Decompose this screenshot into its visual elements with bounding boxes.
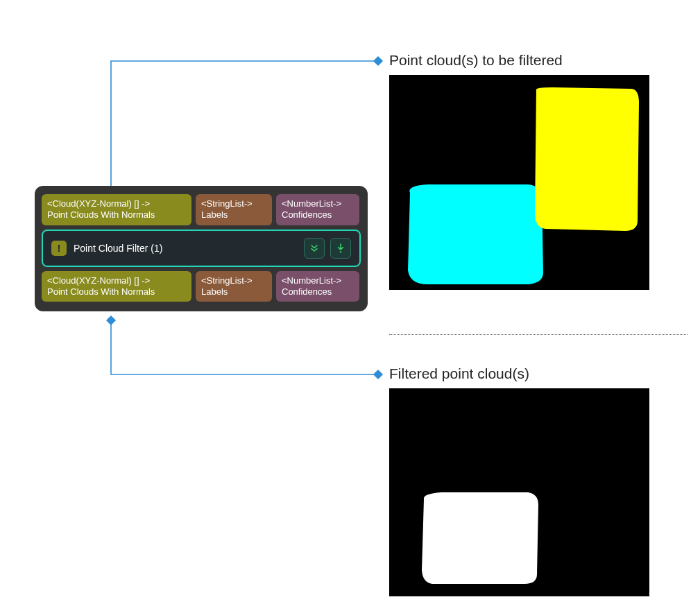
svg-rect-1 bbox=[373, 56, 383, 66]
svg-point-4 bbox=[340, 251, 341, 252]
port-type: <NumberList-> bbox=[282, 275, 354, 286]
input-ports-row: <Cloud(XYZ-Normal) [] -> Point Clouds Wi… bbox=[42, 194, 361, 225]
input-preview-svg bbox=[389, 75, 649, 290]
output-ports-row: <Cloud(XYZ-Normal) [] -> Point Clouds Wi… bbox=[42, 271, 361, 302]
input-port-confidences[interactable]: <NumberList-> Confidences bbox=[276, 194, 359, 225]
port-label: Labels bbox=[201, 209, 266, 221]
section-divider bbox=[389, 334, 688, 335]
port-type: <StringList-> bbox=[201, 198, 266, 209]
port-type: <StringList-> bbox=[201, 275, 266, 286]
port-type: <Cloud(XYZ-Normal) [] -> bbox=[47, 198, 186, 209]
expand-button[interactable] bbox=[304, 238, 325, 259]
port-label: Confidences bbox=[282, 286, 354, 297]
warning-icon: ! bbox=[51, 241, 67, 256]
yellow-cloud-shape bbox=[535, 87, 639, 231]
svg-rect-2 bbox=[106, 316, 116, 325]
white-cloud-shape bbox=[422, 492, 538, 584]
callout-output-label: Filtered point cloud(s) bbox=[389, 365, 529, 382]
port-label: Point Clouds With Normals bbox=[47, 286, 186, 297]
double-chevron-down-icon bbox=[309, 243, 320, 254]
node-title-bar[interactable]: ! Point Cloud Filter (1) bbox=[42, 230, 361, 267]
output-port-confidences[interactable]: <NumberList-> Confidences bbox=[276, 271, 359, 302]
filter-node[interactable]: <Cloud(XYZ-Normal) [] -> Point Clouds Wi… bbox=[35, 186, 368, 311]
node-title-text: Point Cloud Filter (1) bbox=[74, 243, 162, 254]
callout-input-label: Point cloud(s) to be filtered bbox=[389, 52, 563, 69]
output-port-cloud[interactable]: <Cloud(XYZ-Normal) [] -> Point Clouds Wi… bbox=[42, 271, 191, 302]
output-preview-svg bbox=[389, 388, 649, 596]
svg-rect-3 bbox=[373, 370, 383, 379]
node-actions bbox=[304, 238, 351, 259]
port-label: Labels bbox=[201, 286, 266, 297]
input-port-labels[interactable]: <StringList-> Labels bbox=[196, 194, 272, 225]
run-button[interactable] bbox=[330, 238, 351, 259]
cyan-cloud-shape bbox=[408, 184, 543, 284]
output-preview-image bbox=[389, 388, 649, 596]
port-label: Point Clouds With Normals bbox=[47, 209, 186, 221]
port-type: <NumberList-> bbox=[282, 198, 354, 209]
input-port-cloud[interactable]: <Cloud(XYZ-Normal) [] -> Point Clouds Wi… bbox=[42, 194, 191, 225]
port-type: <Cloud(XYZ-Normal) [] -> bbox=[47, 275, 186, 286]
arrow-down-dot-icon bbox=[335, 243, 346, 254]
output-port-labels[interactable]: <StringList-> Labels bbox=[196, 271, 272, 302]
port-label: Confidences bbox=[282, 209, 354, 221]
input-preview-image bbox=[389, 75, 649, 290]
